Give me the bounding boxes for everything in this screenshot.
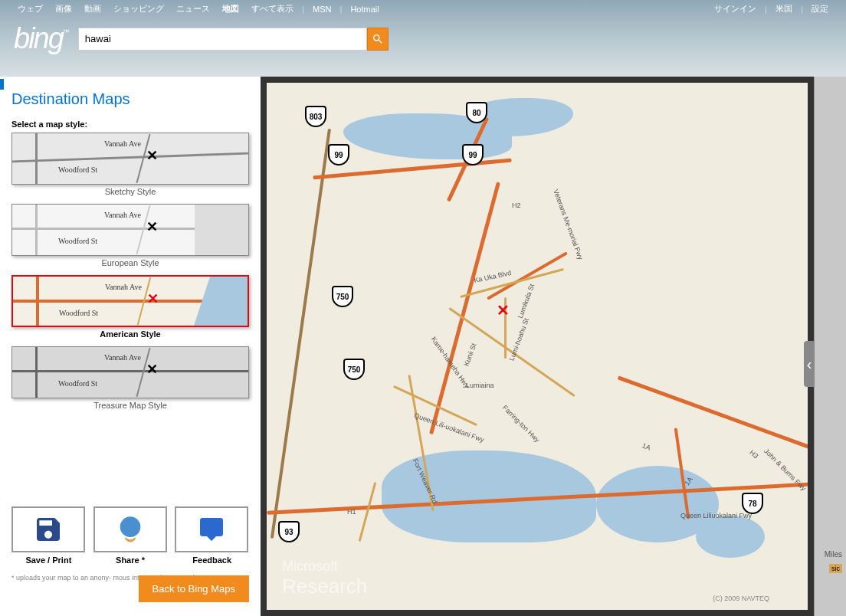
style-sketchy-label: Sketchy Style: [11, 185, 249, 201]
map-canvas[interactable]: 803 80 99 99 750 750 93 78 H2 Veterans M…: [267, 83, 808, 610]
style-american-label: American Style: [11, 327, 249, 343]
style-european[interactable]: Vannah Ave Woodford St ✕ European Style: [11, 204, 249, 272]
nav-shopping[interactable]: ショッピング: [107, 3, 170, 15]
route-shield: 99: [328, 144, 349, 165]
bing-logo[interactable]: bing: [14, 22, 63, 55]
route-shield: 99: [462, 144, 484, 165]
style-treasure-label: Treasure Map Style: [11, 398, 249, 414]
copyright: (C) 2009 NAVTEQ: [713, 595, 769, 602]
route-shield: 78: [742, 493, 763, 514]
route-shield: 750: [343, 359, 365, 380]
style-american[interactable]: Vannah Ave Woodford St ✕ American Style: [11, 275, 249, 343]
header: ウェブ 画像 動画 ショッピング ニュース 地図 すべて表示 | MSN | H…: [0, 0, 846, 77]
globe-icon: [115, 514, 146, 545]
nav-region[interactable]: 米国: [769, 3, 798, 15]
watermark: Microsoft Research: [282, 559, 367, 598]
select-style-label: Select a map style:: [11, 120, 249, 129]
page-title: Destination Maps: [11, 90, 249, 108]
style-european-label: European Style: [11, 256, 249, 272]
floppy-icon: [33, 514, 64, 545]
nav-signin[interactable]: サインイン: [708, 3, 762, 15]
nav-settings[interactable]: 設定: [805, 3, 835, 15]
separator: |: [762, 5, 769, 14]
top-nav: ウェブ 画像 動画 ショッピング ニュース 地図 すべて表示 | MSN | H…: [0, 0, 846, 15]
share-button[interactable]: Share *: [93, 506, 168, 565]
back-to-bing-maps-button[interactable]: Back to Bing Maps: [139, 575, 249, 602]
route-shield: 80: [466, 102, 487, 123]
nav-more[interactable]: すべて表示: [245, 3, 300, 15]
route-shield: 750: [332, 286, 353, 307]
sic-badge: sic: [829, 564, 842, 573]
route-shield: 803: [305, 106, 326, 127]
map-area[interactable]: 803 80 99 99 750 750 93 78 H2 Veterans M…: [261, 77, 814, 616]
nav-news[interactable]: ニュース: [170, 3, 216, 15]
destination-marker: ✕: [497, 301, 510, 319]
nav-maps[interactable]: 地図: [216, 3, 245, 15]
style-treasure[interactable]: Vannah Ave Woodford St ✕ Treasure Map St…: [11, 346, 249, 414]
separator: |: [798, 5, 805, 14]
nav-msn[interactable]: MSN: [307, 5, 337, 14]
collapse-panel-button[interactable]: [804, 341, 815, 387]
search-icon: [372, 33, 384, 45]
right-panel: Miles sic: [814, 77, 846, 616]
scale-label: Miles: [825, 550, 842, 559]
svg-point-0: [120, 516, 140, 537]
speech-bubble-icon: [195, 516, 228, 543]
nav-web[interactable]: ウェブ: [11, 3, 49, 15]
search-box: [78, 28, 389, 51]
nav-videos[interactable]: 動画: [78, 3, 107, 15]
save-print-button[interactable]: Save / Print: [11, 506, 86, 565]
nav-hotmail[interactable]: Hotmail: [344, 5, 385, 14]
search-button[interactable]: [367, 28, 389, 51]
separator: |: [337, 5, 344, 14]
feedback-button[interactable]: Feedback: [175, 506, 249, 565]
separator: |: [300, 5, 307, 14]
route-shield: 93: [278, 521, 300, 542]
style-sketchy[interactable]: Vannah Ave Woodford St ✕ Sketchy Style: [11, 133, 249, 201]
nav-images[interactable]: 画像: [49, 3, 78, 15]
sidebar: Destination Maps Select a map style: Van…: [0, 77, 261, 616]
search-input[interactable]: [78, 28, 367, 51]
